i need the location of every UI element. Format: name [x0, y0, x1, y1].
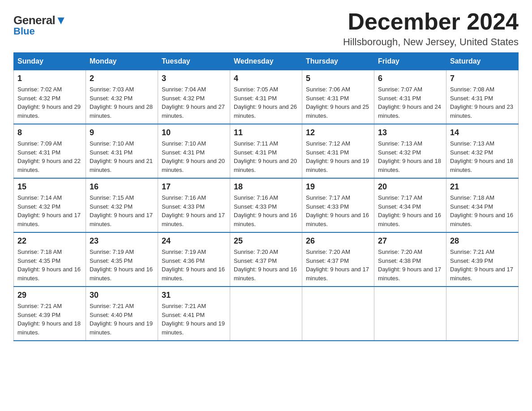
day-number: 19 [306, 182, 370, 192]
day-info: Sunrise: 7:20 AM Sunset: 4:37 PM Dayligh… [234, 248, 298, 283]
table-row: 27 Sunrise: 7:20 AM Sunset: 4:38 PM Dayl… [374, 232, 446, 287]
table-row: 28 Sunrise: 7:21 AM Sunset: 4:39 PM Dayl… [446, 232, 519, 287]
table-row: 3 Sunrise: 7:04 AM Sunset: 4:32 PM Dayli… [158, 70, 230, 124]
day-info: Sunrise: 7:17 AM Sunset: 4:34 PM Dayligh… [378, 193, 442, 228]
calendar-week-row: 8 Sunrise: 7:09 AM Sunset: 4:31 PM Dayli… [14, 124, 519, 178]
table-row: 17 Sunrise: 7:16 AM Sunset: 4:33 PM Dayl… [158, 178, 230, 232]
table-row [302, 287, 374, 341]
day-number: 11 [234, 128, 298, 137]
day-number: 12 [306, 128, 370, 137]
day-info: Sunrise: 7:15 AM Sunset: 4:32 PM Dayligh… [90, 193, 154, 228]
day-number: 27 [378, 236, 442, 246]
day-info: Sunrise: 7:07 AM Sunset: 4:31 PM Dayligh… [378, 85, 442, 120]
logo-blue-text: Blue [13, 26, 35, 37]
day-number: 16 [90, 182, 154, 192]
day-number: 24 [162, 236, 226, 246]
day-info: Sunrise: 7:08 AM Sunset: 4:31 PM Dayligh… [450, 85, 515, 120]
day-info: Sunrise: 7:18 AM Sunset: 4:34 PM Dayligh… [450, 193, 515, 228]
day-info: Sunrise: 7:20 AM Sunset: 4:37 PM Dayligh… [306, 248, 370, 283]
table-row: 1 Sunrise: 7:02 AM Sunset: 4:32 PM Dayli… [14, 70, 86, 124]
table-row [446, 287, 519, 341]
logo-arrow-icon: ▼ [55, 13, 66, 27]
day-info: Sunrise: 7:17 AM Sunset: 4:33 PM Dayligh… [306, 193, 370, 228]
col-thursday: Thursday [302, 53, 374, 70]
day-number: 22 [17, 236, 82, 246]
table-row: 29 Sunrise: 7:21 AM Sunset: 4:39 PM Dayl… [14, 287, 86, 341]
table-row: 7 Sunrise: 7:08 AM Sunset: 4:31 PM Dayli… [446, 70, 519, 124]
table-row: 13 Sunrise: 7:13 AM Sunset: 4:32 PM Dayl… [374, 124, 446, 178]
day-info: Sunrise: 7:12 AM Sunset: 4:31 PM Dayligh… [306, 139, 370, 174]
logo: General▼ Blue [13, 13, 67, 37]
calendar-week-row: 22 Sunrise: 7:18 AM Sunset: 4:35 PM Dayl… [14, 232, 519, 287]
day-info: Sunrise: 7:19 AM Sunset: 4:35 PM Dayligh… [90, 248, 154, 283]
table-row: 10 Sunrise: 7:10 AM Sunset: 4:31 PM Dayl… [158, 124, 230, 178]
day-info: Sunrise: 7:10 AM Sunset: 4:31 PM Dayligh… [162, 139, 226, 174]
day-info: Sunrise: 7:21 AM Sunset: 4:39 PM Dayligh… [450, 248, 515, 283]
table-row: 16 Sunrise: 7:15 AM Sunset: 4:32 PM Dayl… [86, 178, 158, 232]
day-number: 10 [162, 128, 226, 137]
table-row: 26 Sunrise: 7:20 AM Sunset: 4:37 PM Dayl… [302, 232, 374, 287]
day-info: Sunrise: 7:02 AM Sunset: 4:32 PM Dayligh… [17, 85, 82, 120]
day-number: 30 [90, 291, 154, 300]
calendar-week-row: 1 Sunrise: 7:02 AM Sunset: 4:32 PM Dayli… [14, 70, 519, 124]
day-number: 18 [234, 182, 298, 192]
day-number: 6 [378, 74, 442, 83]
day-number: 2 [90, 74, 154, 83]
table-row [230, 287, 302, 341]
title-area: December 2024 Hillsborough, New Jersey, … [343, 9, 519, 48]
day-info: Sunrise: 7:14 AM Sunset: 4:32 PM Dayligh… [17, 193, 82, 228]
table-row: 12 Sunrise: 7:12 AM Sunset: 4:31 PM Dayl… [302, 124, 374, 178]
day-info: Sunrise: 7:21 AM Sunset: 4:40 PM Dayligh… [90, 302, 154, 337]
page-subtitle: Hillsborough, New Jersey, United States [343, 36, 519, 48]
day-number: 15 [17, 182, 82, 192]
day-info: Sunrise: 7:21 AM Sunset: 4:39 PM Dayligh… [17, 302, 82, 337]
day-number: 28 [450, 236, 515, 246]
day-info: Sunrise: 7:16 AM Sunset: 4:33 PM Dayligh… [162, 193, 226, 228]
day-info: Sunrise: 7:13 AM Sunset: 4:32 PM Dayligh… [450, 139, 515, 174]
table-row: 30 Sunrise: 7:21 AM Sunset: 4:40 PM Dayl… [86, 287, 158, 341]
table-row: 25 Sunrise: 7:20 AM Sunset: 4:37 PM Dayl… [230, 232, 302, 287]
col-saturday: Saturday [446, 53, 519, 70]
page-title: December 2024 [343, 9, 519, 34]
day-number: 13 [378, 128, 442, 137]
day-number: 4 [234, 74, 298, 83]
day-info: Sunrise: 7:21 AM Sunset: 4:41 PM Dayligh… [162, 302, 226, 337]
calendar-week-row: 29 Sunrise: 7:21 AM Sunset: 4:39 PM Dayl… [14, 287, 519, 341]
col-friday: Friday [374, 53, 446, 70]
day-number: 14 [450, 128, 515, 137]
col-monday: Monday [86, 53, 158, 70]
table-row: 23 Sunrise: 7:19 AM Sunset: 4:35 PM Dayl… [86, 232, 158, 287]
day-number: 26 [306, 236, 370, 246]
day-number: 20 [378, 182, 442, 192]
day-info: Sunrise: 7:10 AM Sunset: 4:31 PM Dayligh… [90, 139, 154, 174]
calendar-header-row: Sunday Monday Tuesday Wednesday Thursday… [14, 53, 519, 70]
day-number: 21 [450, 182, 515, 192]
day-info: Sunrise: 7:05 AM Sunset: 4:31 PM Dayligh… [234, 85, 298, 120]
col-wednesday: Wednesday [230, 53, 302, 70]
day-info: Sunrise: 7:03 AM Sunset: 4:32 PM Dayligh… [90, 85, 154, 120]
col-sunday: Sunday [14, 53, 86, 70]
day-number: 3 [162, 74, 226, 83]
table-row: 15 Sunrise: 7:14 AM Sunset: 4:32 PM Dayl… [14, 178, 86, 232]
table-row: 6 Sunrise: 7:07 AM Sunset: 4:31 PM Dayli… [374, 70, 446, 124]
table-row: 5 Sunrise: 7:06 AM Sunset: 4:31 PM Dayli… [302, 70, 374, 124]
table-row: 8 Sunrise: 7:09 AM Sunset: 4:31 PM Dayli… [14, 124, 86, 178]
col-tuesday: Tuesday [158, 53, 230, 70]
table-row: 9 Sunrise: 7:10 AM Sunset: 4:31 PM Dayli… [86, 124, 158, 178]
table-row: 11 Sunrise: 7:11 AM Sunset: 4:31 PM Dayl… [230, 124, 302, 178]
day-info: Sunrise: 7:19 AM Sunset: 4:36 PM Dayligh… [162, 248, 226, 283]
table-row: 24 Sunrise: 7:19 AM Sunset: 4:36 PM Dayl… [158, 232, 230, 287]
day-number: 8 [17, 128, 82, 137]
day-number: 25 [234, 236, 298, 246]
table-row: 18 Sunrise: 7:16 AM Sunset: 4:33 PM Dayl… [230, 178, 302, 232]
table-row: 31 Sunrise: 7:21 AM Sunset: 4:41 PM Dayl… [158, 287, 230, 341]
day-number: 5 [306, 74, 370, 83]
table-row: 21 Sunrise: 7:18 AM Sunset: 4:34 PM Dayl… [446, 178, 519, 232]
table-row: 4 Sunrise: 7:05 AM Sunset: 4:31 PM Dayli… [230, 70, 302, 124]
day-info: Sunrise: 7:20 AM Sunset: 4:38 PM Dayligh… [378, 248, 442, 283]
day-number: 29 [17, 291, 82, 300]
day-number: 9 [90, 128, 154, 137]
day-number: 31 [162, 291, 226, 300]
day-info: Sunrise: 7:09 AM Sunset: 4:31 PM Dayligh… [17, 139, 82, 174]
day-number: 23 [90, 236, 154, 246]
